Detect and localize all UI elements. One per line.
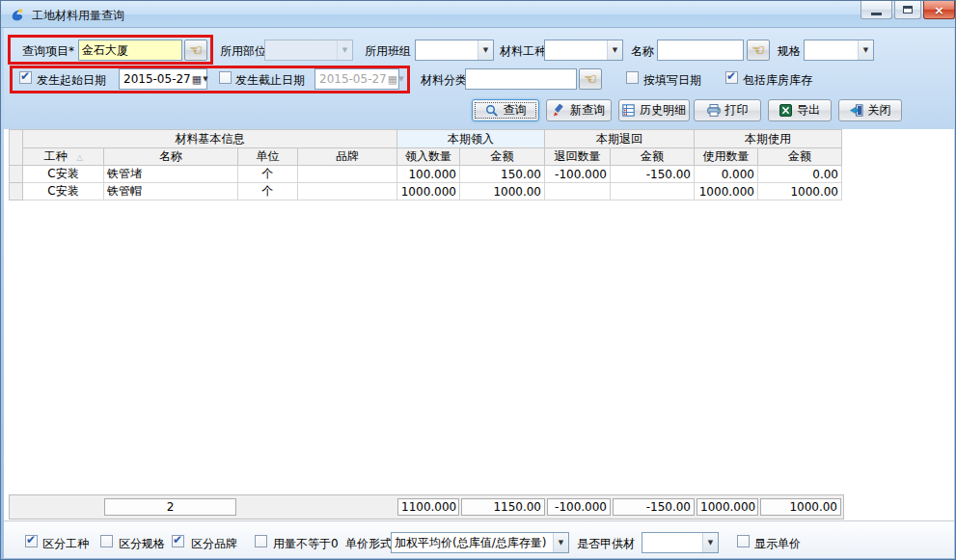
cell-unit: 个 xyxy=(238,166,298,183)
row-indicator xyxy=(10,166,23,183)
col-header-ret-qty[interactable]: 退回数量 xyxy=(545,148,611,166)
col-header-use-qty[interactable]: 使用数量 xyxy=(695,148,758,166)
price-form-combo[interactable]: 加权平均价(总库值/总库存量) ▼ xyxy=(391,532,569,553)
part-combo: ▼ xyxy=(264,40,353,61)
chevron-down-icon: ▼ xyxy=(702,533,718,552)
window-title: 工地材料用量查询 xyxy=(32,8,124,24)
maximize-button[interactable] xyxy=(894,1,921,19)
chevron-down-icon: ▼ xyxy=(398,75,403,83)
group-basic: 材料基本信息 xyxy=(23,130,397,148)
minimize-icon xyxy=(871,13,882,15)
owner-supplied-combo[interactable]: ▼ xyxy=(642,532,719,553)
end-date-label: 发生截止日期 xyxy=(235,72,305,89)
cell-ret-qty xyxy=(545,183,611,200)
close-button[interactable]: × xyxy=(923,1,955,19)
cell-name: 铁管堵 xyxy=(104,166,238,183)
name-input[interactable] xyxy=(657,40,744,61)
col-header-use-amt[interactable]: 金额 xyxy=(758,148,842,166)
project-input[interactable] xyxy=(78,40,182,61)
chevron-down-icon: ▼ xyxy=(858,40,873,60)
material-category-label: 材料分类 xyxy=(421,72,467,89)
query-button-label: 查询 xyxy=(504,102,527,119)
cell-use-amt: 1000.00 xyxy=(758,183,842,200)
summary-ret-amt: -150.00 xyxy=(613,498,695,516)
summary-use-qty: 1000.000 xyxy=(697,498,758,516)
include-stock-checkbox[interactable]: ✔ xyxy=(725,71,738,84)
cell-ret-qty: -100.000 xyxy=(545,166,611,183)
col-header-craft[interactable]: 工种△ xyxy=(23,148,104,166)
col-header-recv-qty[interactable]: 领入数量 xyxy=(397,148,460,166)
cell-name: 铁管帽 xyxy=(104,183,238,200)
check-icon: ✔ xyxy=(26,533,36,547)
by-brand-checkbox[interactable]: ✔ xyxy=(172,535,184,547)
start-date-checkbox[interactable]: ✔ xyxy=(19,71,32,84)
summary-ret-qty: -100.000 xyxy=(547,498,611,516)
start-date-label: 发生起始日期 xyxy=(37,72,106,89)
export-button[interactable]: 导出 xyxy=(768,99,832,121)
name-picker-button[interactable]: ☜ xyxy=(747,40,770,61)
project-picker-button[interactable]: ☜ xyxy=(184,40,207,61)
cell-use-qty: 0.000 xyxy=(695,166,758,183)
cell-brand xyxy=(298,166,397,183)
start-date-field[interactable]: 2015-05-27 ▦ ▼ xyxy=(119,68,207,90)
summary-strip: 2 1100.000 1150.00 -100.000 -150.00 1000… xyxy=(9,494,844,520)
material-craft-label: 材料工种 xyxy=(500,43,546,60)
show-unit-price-checkbox[interactable]: ✔ xyxy=(737,535,750,547)
by-craft-checkbox[interactable]: ✔ xyxy=(25,535,38,547)
cell-brand xyxy=(298,183,397,200)
check-icon: ✔ xyxy=(20,69,30,83)
group-used: 本期使用 xyxy=(695,130,842,148)
by-fill-date-checkbox[interactable]: ✔ xyxy=(626,71,639,84)
print-button[interactable]: 打印 xyxy=(694,99,761,121)
history-detail-button[interactable]: 历史明细 xyxy=(618,99,690,121)
usage-nonzero-label: 用量不等于0 xyxy=(273,536,339,552)
cell-use-qty: 1000.000 xyxy=(695,183,758,200)
by-spec-checkbox[interactable]: ✔ xyxy=(100,535,113,547)
minimize-button[interactable] xyxy=(860,1,892,19)
by-brand-label: 区分品牌 xyxy=(191,536,237,552)
material-category-input[interactable] xyxy=(465,68,577,90)
col-header-craft-label: 工种 xyxy=(43,149,67,163)
new-query-button-label: 新查询 xyxy=(570,102,605,119)
close-icon: × xyxy=(934,3,944,17)
col-header-brand[interactable]: 品牌 xyxy=(298,148,397,166)
column-header-row: 工种△ 名称 单位 品牌 领入数量 金额 退回数量 金额 使用数量 金额 xyxy=(10,148,842,166)
print-icon xyxy=(707,104,721,117)
col-header-recv-amt[interactable]: 金额 xyxy=(460,148,545,166)
check-icon: ✔ xyxy=(726,69,736,83)
group-header-row: 材料基本信息 本期领入 本期退回 本期使用 xyxy=(10,130,842,148)
end-date-checkbox[interactable]: ✔ xyxy=(219,71,232,84)
close-window-button[interactable]: 关闭 xyxy=(838,99,902,121)
print-button-label: 打印 xyxy=(725,102,749,119)
material-category-picker-button[interactable]: ☜ xyxy=(579,68,602,90)
picker-hand-icon: ☜ xyxy=(584,72,596,87)
usage-nonzero-checkbox[interactable]: ✔ xyxy=(255,535,267,547)
material-craft-combo[interactable]: ▼ xyxy=(544,40,623,61)
table-row[interactable]: C安装 铁管堵 个 100.000 150.00 -100.000 -150.0… xyxy=(10,166,842,183)
col-header-ret-amt[interactable]: 金额 xyxy=(611,148,695,166)
col-header-unit[interactable]: 单位 xyxy=(238,148,298,166)
history-detail-button-label: 历史明细 xyxy=(640,102,686,119)
titlebar[interactable]: 工地材料用量查询 × xyxy=(1,1,955,28)
cell-use-amt: 0.00 xyxy=(758,166,842,183)
picker-hand-icon: ☜ xyxy=(189,43,202,58)
filter-panel: 查询项目* ☜ 所用部位 ▼ 所用班组 ▼ 材料工种 ▼ 名称 ☜ 规格 xyxy=(4,28,954,129)
search-icon xyxy=(485,104,499,118)
new-query-icon xyxy=(553,104,565,117)
query-button[interactable]: 查询 xyxy=(472,99,539,121)
summary-recv-qty: 1100.000 xyxy=(397,498,459,516)
table-row[interactable]: C安装 铁管帽 个 1000.000 1000.00 1000.000 1000… xyxy=(10,183,842,200)
spec-combo[interactable]: ▼ xyxy=(804,40,874,61)
by-spec-label: 区分规格 xyxy=(119,536,165,552)
summary-use-amt: 1000.00 xyxy=(760,498,841,516)
new-query-button[interactable]: 新查询 xyxy=(546,99,612,121)
col-header-name[interactable]: 名称 xyxy=(104,148,238,166)
owner-supplied-label: 是否甲供材 xyxy=(577,536,635,552)
app-window: 工地材料用量查询 × 查询项目* ☜ 所用部位 ▼ 所用班组 ▼ 材料工 xyxy=(0,0,956,560)
export-button-label: 导出 xyxy=(797,102,820,119)
team-combo[interactable]: ▼ xyxy=(415,40,494,61)
chevron-down-icon[interactable]: ▼ xyxy=(203,75,207,83)
history-detail-icon xyxy=(622,104,635,117)
price-form-label: 单价形式 xyxy=(345,536,392,552)
bottom-options-bar: ✔ 区分工种 ✔ 区分规格 ✔ 区分品牌 ✔ 用量不等于0 单价形式 加权平均价… xyxy=(4,520,954,558)
